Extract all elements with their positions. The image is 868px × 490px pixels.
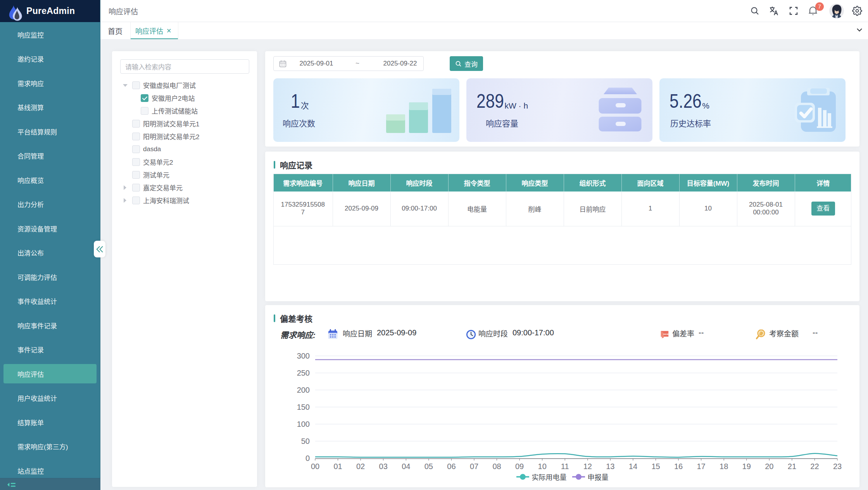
svg-text:22: 22 (810, 462, 819, 471)
svg-text:16: 16 (674, 462, 683, 471)
svg-text:12: 12 (583, 462, 592, 471)
svg-text:02: 02 (356, 462, 365, 471)
svg-text:05: 05 (425, 462, 433, 471)
svg-text:19: 19 (742, 462, 751, 471)
svg-text:15: 15 (651, 462, 660, 471)
svg-text:20: 20 (765, 462, 773, 471)
svg-text:150: 150 (297, 403, 310, 411)
svg-text:07: 07 (470, 462, 478, 471)
svg-text:17: 17 (697, 462, 705, 471)
svg-text:100: 100 (297, 420, 310, 428)
svg-text:23: 23 (833, 462, 842, 471)
svg-text:08: 08 (492, 462, 501, 471)
svg-text:01: 01 (333, 462, 342, 471)
svg-text:18: 18 (720, 462, 728, 471)
svg-text:10: 10 (538, 462, 547, 471)
svg-text:04: 04 (402, 462, 410, 471)
svg-text:03: 03 (379, 462, 388, 471)
svg-text:00: 00 (311, 462, 319, 471)
svg-text:14: 14 (629, 462, 637, 471)
svg-text:200: 200 (297, 386, 310, 394)
svg-text:13: 13 (606, 462, 614, 471)
svg-text:09: 09 (515, 462, 524, 471)
svg-text:0: 0 (305, 454, 310, 462)
svg-text:11: 11 (561, 462, 569, 471)
svg-text:300: 300 (297, 352, 310, 360)
svg-text:06: 06 (447, 462, 456, 471)
svg-text:250: 250 (297, 369, 310, 377)
svg-text:50: 50 (301, 437, 310, 445)
svg-text:21: 21 (788, 462, 796, 471)
